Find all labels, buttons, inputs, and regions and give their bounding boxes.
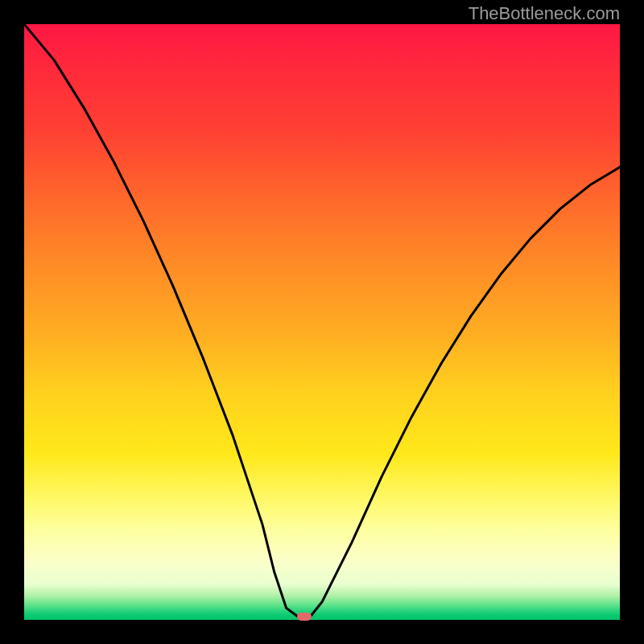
watermark-text: TheBottleneck.com [469,3,620,24]
optimal-marker [297,613,312,621]
plot-area [24,24,620,620]
bottleneck-curve [24,24,620,620]
chart-frame: TheBottleneck.com [0,0,644,644]
